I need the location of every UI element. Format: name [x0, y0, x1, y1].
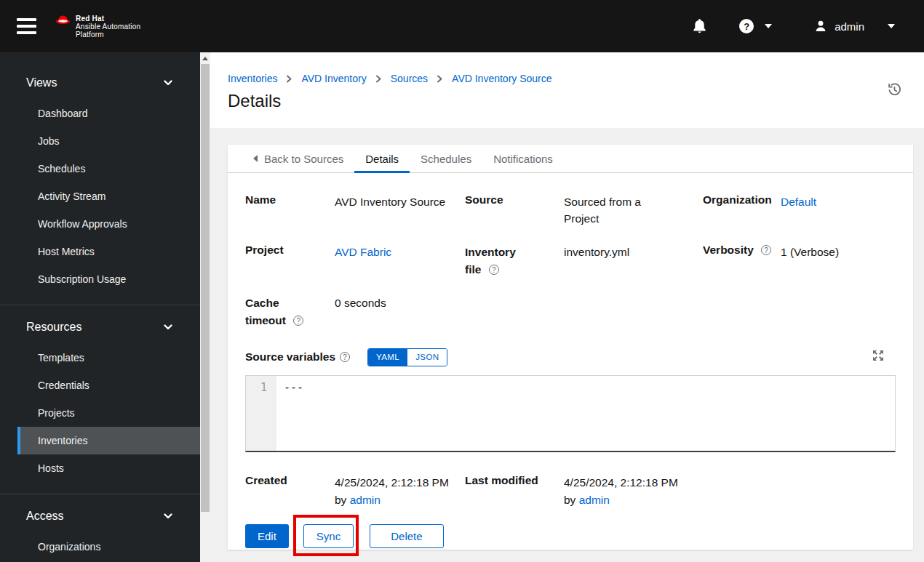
tab-details[interactable]: Details: [354, 145, 410, 172]
sidebar-item-credentials[interactable]: Credentials: [17, 372, 200, 399]
source-value: Sourced from a Project: [564, 193, 651, 228]
created-label: Created: [245, 474, 335, 487]
sidebar-item-activity-stream[interactable]: Activity Stream: [17, 182, 200, 210]
help-question-icon[interactable]: [293, 316, 303, 326]
sidebar-nav: Views Dashboard Jobs Schedules Activity …: [0, 52, 200, 562]
user-name: admin: [835, 20, 864, 33]
verbosity-label: Verbosity: [703, 244, 781, 257]
nav-toggle-icon[interactable]: [17, 18, 36, 34]
breadcrumb-avd-inventory[interactable]: AVD Inventory: [301, 73, 366, 84]
source-variables-editor[interactable]: 1 ---: [245, 375, 896, 452]
help-caret-down-icon: [765, 24, 772, 28]
created-by-user-link[interactable]: admin: [350, 494, 381, 506]
label-text: Verbosity: [703, 244, 754, 256]
breadcrumb-separator-icon: [286, 75, 292, 83]
breadcrumb-separator-icon: [437, 75, 443, 83]
cache-timeout-value: 0 seconds: [335, 294, 465, 311]
sidebar-item-workflow-approvals[interactable]: Workflow Approvals: [17, 210, 200, 238]
created-by-text: by: [335, 494, 346, 506]
sidebar-item-schedules[interactable]: Schedules: [17, 155, 200, 182]
meta-grid: Created 4/25/2024, 2:12:18 PM by admin L…: [245, 474, 896, 510]
sidebar-item-jobs[interactable]: Jobs: [17, 127, 200, 155]
help-question-icon[interactable]: [489, 265, 499, 275]
tab-notifications[interactable]: Notifications: [482, 145, 564, 172]
nav-group-header-access[interactable]: Access: [0, 499, 200, 533]
modified-by-user-link[interactable]: admin: [579, 494, 610, 506]
notifications-bell-icon[interactable]: [693, 19, 706, 33]
content-area: Back to Sources Details Schedules Notifi…: [210, 128, 924, 562]
tab-bar: Back to Sources Details Schedules Notifi…: [228, 145, 913, 173]
created-date: 4/25/2024, 2:12:18 PM: [335, 474, 465, 492]
name-label: Name: [245, 193, 335, 206]
help-question-icon[interactable]: [761, 245, 771, 255]
sidebar-item-hosts[interactable]: Hosts: [17, 454, 200, 482]
edit-button[interactable]: Edit: [245, 524, 289, 548]
brand-logo[interactable]: Red Hat Ansible Automation Platform: [55, 15, 140, 39]
back-arrow-icon: [253, 155, 258, 162]
page-header: Inventories AVD Inventory Sources AVD In…: [210, 52, 924, 128]
brand-line-2: Ansible Automation: [76, 23, 140, 31]
sidebar-item-host-metrics[interactable]: Host Metrics: [17, 238, 200, 265]
breadcrumb-avd-inventory-source[interactable]: AVD Inventory Source: [452, 73, 551, 84]
help-icon: [739, 19, 754, 33]
tab-back-to-sources[interactable]: Back to Sources: [242, 145, 354, 172]
label-text: Cache timeout: [245, 297, 286, 326]
scrollbar-up-arrow[interactable]: [200, 52, 210, 64]
cache-timeout-label: Cache timeout: [245, 294, 315, 329]
project-link[interactable]: AVD Fabric: [335, 246, 391, 258]
help-menu[interactable]: [739, 19, 772, 33]
details-card: Back to Sources Details Schedules Notifi…: [228, 145, 913, 550]
tab-label: Back to Sources: [264, 153, 343, 165]
last-modified-label: Last modified: [465, 474, 564, 487]
user-menu[interactable]: admin: [814, 20, 895, 33]
nav-group-header-views[interactable]: Views: [0, 65, 200, 100]
inventory-file-label: Inventory file: [465, 244, 539, 278]
nav-group-label: Resources: [26, 321, 81, 334]
chevron-down-icon: [164, 323, 172, 332]
source-label: Source: [465, 193, 564, 206]
brand-line-3: Platform: [76, 31, 140, 39]
masthead: Red Hat Ansible Automation Platform admi…: [0, 0, 924, 52]
page-title: Details: [228, 91, 901, 111]
organization-link[interactable]: Default: [781, 196, 816, 208]
action-buttons: Edit Sync Delete: [245, 524, 896, 548]
expand-icon[interactable]: [872, 350, 884, 364]
created-value: 4/25/2024, 2:12:18 PM by admin: [335, 474, 465, 510]
editor-code[interactable]: ---: [276, 376, 895, 451]
sidebar-item-organizations[interactable]: Organizations: [17, 533, 200, 561]
verbosity-value: 1 (Verbose): [781, 244, 896, 260]
yaml-toggle-button[interactable]: YAML: [368, 349, 407, 366]
sync-button[interactable]: Sync: [303, 524, 354, 548]
sidebar-item-projects[interactable]: Projects: [17, 399, 200, 427]
tab-schedules[interactable]: Schedules: [410, 145, 482, 172]
delete-button[interactable]: Delete: [370, 524, 443, 548]
main-content: Inventories AVD Inventory Sources AVD In…: [210, 52, 924, 562]
inventory-file-value: inventory.yml: [564, 244, 703, 260]
nav-group-resources: Resources Templates Credentials Projects…: [0, 305, 200, 494]
sidebar-item-inventories[interactable]: Inventories: [17, 427, 200, 454]
details-panel: Name AVD Inventory Source Source Sourced…: [228, 173, 913, 550]
tab-label: Notifications: [493, 153, 553, 165]
editor-line-number: 1: [246, 376, 276, 451]
modified-by-text: by: [564, 494, 575, 506]
last-modified-value: 4/25/2024, 2:12:18 PM by admin: [564, 474, 896, 510]
nav-group-header-resources[interactable]: Resources: [0, 310, 200, 344]
breadcrumb-inventories[interactable]: Inventories: [228, 73, 277, 84]
json-toggle-button[interactable]: JSON: [407, 349, 447, 366]
sidebar-item-dashboard[interactable]: Dashboard: [17, 100, 200, 127]
sidebar-item-subscription-usage[interactable]: Subscription Usage: [17, 265, 200, 293]
help-question-icon[interactable]: [340, 352, 350, 362]
last-modified-date: 4/25/2024, 2:12:18 PM: [564, 474, 896, 492]
user-caret-down-icon: [888, 24, 895, 28]
brand-line-1: Red Hat: [76, 15, 140, 23]
tab-label: Schedules: [421, 153, 471, 165]
scrollbar-thumb[interactable]: [201, 64, 210, 512]
history-icon[interactable]: [888, 83, 901, 100]
nav-group-label: Access: [26, 510, 64, 523]
brand-text: Red Hat Ansible Automation Platform: [76, 15, 140, 39]
yaml-json-toggle: YAML JSON: [367, 348, 447, 366]
sidebar-item-templates[interactable]: Templates: [17, 344, 200, 372]
source-variables-label: Source variables: [245, 350, 335, 364]
breadcrumb-sources[interactable]: Sources: [391, 73, 428, 84]
vertical-scrollbar[interactable]: [200, 52, 210, 562]
